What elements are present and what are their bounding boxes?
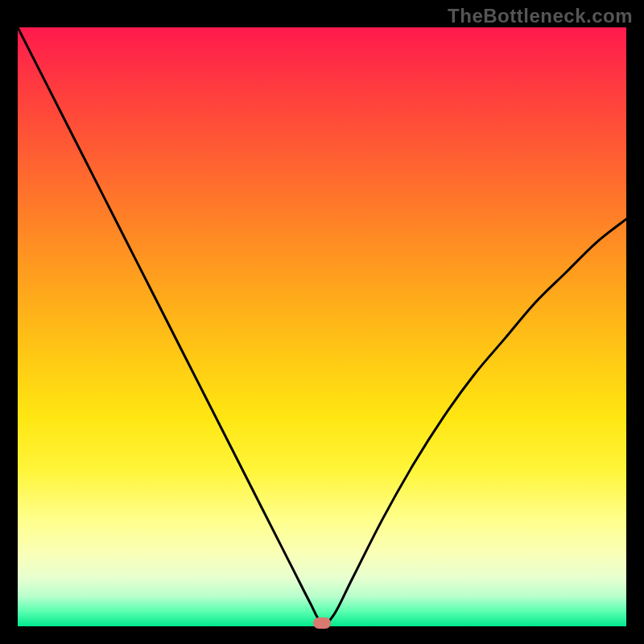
bottleneck-curve <box>18 27 626 626</box>
optimum-marker <box>313 617 331 629</box>
chart-frame: TheBottleneck.com <box>0 0 644 644</box>
watermark-text: TheBottleneck.com <box>448 5 633 27</box>
chart-plot-area <box>18 27 626 626</box>
